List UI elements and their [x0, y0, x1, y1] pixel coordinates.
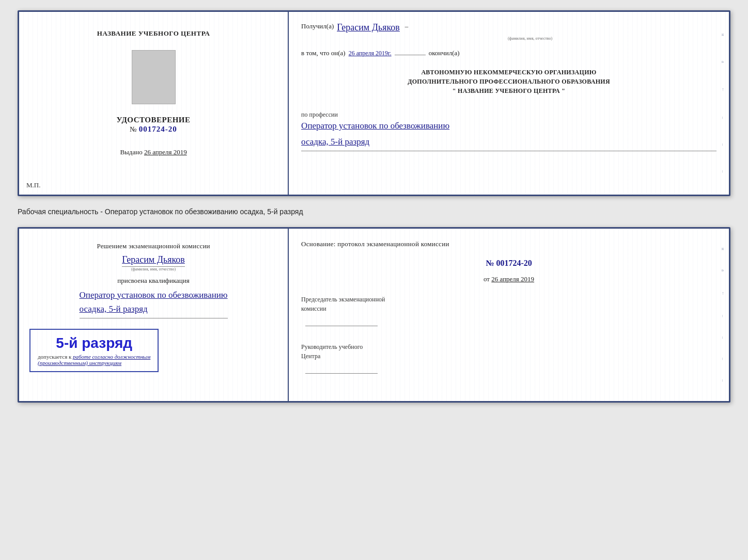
cert2-number-handwritten: № 001724-20 [301, 259, 716, 268]
cert1-number-prefix: № [130, 125, 136, 133]
cert2-right-panel: Основание: протокол экзаменационной коми… [289, 229, 729, 401]
cert2-rukovoditel-block: Руководитель учебного Центра [301, 342, 716, 377]
cert2-left-panel: Решением экзаменационной комиссии Гераси… [19, 229, 289, 401]
cert2-ot-label: от [484, 275, 490, 283]
cert2-fio-sub: (фамилия, имя, отчество) [122, 267, 185, 271]
cert2-predsedatel-sig-line [305, 326, 378, 326]
cert1-dash-line [395, 55, 426, 55]
cert1-vtom-label: в том, что он(а) [301, 49, 346, 57]
cert2-qual2: осадка, 5-й разряд [80, 302, 228, 318]
cert1-fio-sub: (фамилия, имя, отчество) [344, 36, 716, 41]
cert2-rukovoditel-sig-line [305, 373, 378, 374]
cert2-fio-block: Герасим Дьяков (фамилия, имя, отчество) [122, 254, 185, 271]
cert1-profession2: осадка, 5-й разряд [301, 135, 716, 151]
cert1-photo [132, 50, 176, 104]
page-wrapper: НАЗВАНИЕ УЧЕБНОГО ЦЕНТРА УДОСТОВЕРЕНИЕ №… [18, 10, 730, 403]
cert1-left-panel: НАЗВАНИЕ УЧЕБНОГО ЦЕНТРА УДОСТОВЕРЕНИЕ №… [19, 12, 289, 195]
cert2-rukovoditel-line2: Центра [301, 351, 716, 361]
cert2-prisvoyena: присвоена квалификация [117, 277, 189, 285]
cert1-number: 001724-20 [139, 125, 177, 133]
cert2-decision-label: Решением экзаменационной комиссии [97, 241, 210, 251]
cert1-vydano-label: Выдано [120, 148, 142, 156]
cert1-received-row: Получил(а) Герасим Дьяков – [301, 22, 716, 33]
cert1-udostoverenie-label: УДОСТОВЕРЕНИЕ [117, 116, 191, 124]
cert1-org-line2: ДОПОЛНИТЕЛЬНОГО ПРОФЕССИОНАЛЬНОГО ОБРАЗО… [301, 77, 716, 86]
cert2-work-italic2: (производственным) инструкциям [38, 360, 150, 366]
cert2-qualification-handwritten: Оператор установок по обезвоживанию осад… [80, 288, 228, 318]
cert1-org-line3: " НАЗВАНИЕ УЧЕБНОГО ЦЕНТРА " [301, 86, 716, 95]
cert2-dopuskaetsya-label: допускается к [38, 354, 71, 360]
cert2-dopuskaetsya: допускается к работе согласно должностны… [38, 354, 150, 360]
cert1-dash: – [405, 22, 409, 30]
cert2-work-italic1: работе согласно должностным [73, 354, 150, 360]
cert1-po-professii: по профессии [301, 111, 716, 119]
cert2-predsedatel-block: Председатель экзаменационной комиссии [301, 295, 716, 330]
cert1-vydano-row: Выдано 26 апреля 2019 [120, 148, 186, 156]
cert1-vtom-row: в том, что он(а) 26 апреля 2019г. окончи… [301, 49, 716, 57]
cert1-date-handwritten: 26 апреля 2019г. [349, 50, 392, 57]
cert2-big-rank: 5-й разряд [38, 335, 150, 351]
cert1-right-decoration: и а ← – – – [721, 22, 726, 184]
cert1-org-line1: АВТОНОМНУЮ НЕКОММЕРЧЕСКУЮ ОРГАНИЗАЦИЮ [301, 68, 716, 77]
separator-label: Рабочая специальность - Оператор установ… [18, 205, 730, 218]
cert2-predsedatel-line1: Председатель экзаменационной [301, 295, 716, 304]
cert2-right-decoration: и а ← – – – – [721, 239, 726, 391]
cert2-qual1: Оператор установок по обезвоживанию [80, 288, 228, 302]
cert1-profession1: Оператор установок по обезвоживанию [301, 119, 716, 133]
cert2-osnovanie: Основание: протокол экзаменационной коми… [301, 239, 716, 249]
cert1-school-name: НАЗВАНИЕ УЧЕБНОГО ЦЕНТРА [97, 29, 210, 38]
cert2-date-row: от 26 апреля 2019 [301, 275, 716, 283]
cert1-center: УДОСТОВЕРЕНИЕ № 001724-20 [117, 116, 191, 134]
cert1-okончil-label: окончил(а) [429, 49, 460, 57]
cert2-rukovoditel-line1: Руководитель учебного [301, 342, 716, 351]
certificate-top: НАЗВАНИЕ УЧЕБНОГО ЦЕНТРА УДОСТОВЕРЕНИЕ №… [18, 10, 730, 196]
cert1-fio-handwritten: Герасим Дьяков [337, 22, 400, 33]
cert1-received-label: Получил(а) [301, 22, 334, 30]
cert1-vydano-date: 26 апреля 2019 [144, 148, 187, 156]
cert1-mp-label: М.П. [26, 181, 40, 189]
cert1-profession-block: по профессии Оператор установок по обезв… [301, 108, 716, 151]
cert2-qualification-box: 5-й разряд допускается к работе согласно… [29, 324, 277, 372]
cert2-predsedatel-line2: комиссии [301, 304, 716, 313]
cert1-org-block: АВТОНОМНУЮ НЕКОММЕРЧЕСКУЮ ОРГАНИЗАЦИЮ ДО… [301, 68, 716, 95]
certificate-bottom: Решением экзаменационной комиссии Гераси… [18, 227, 730, 403]
cert2-rank-box: 5-й разряд допускается к работе согласно… [29, 329, 159, 372]
cert2-fio-handwritten: Герасим Дьяков [122, 254, 185, 267]
cert2-date-value: 26 апреля 2019 [491, 275, 534, 283]
cert1-right-panel: Получил(а) Герасим Дьяков – (фамилия, им… [289, 12, 729, 195]
